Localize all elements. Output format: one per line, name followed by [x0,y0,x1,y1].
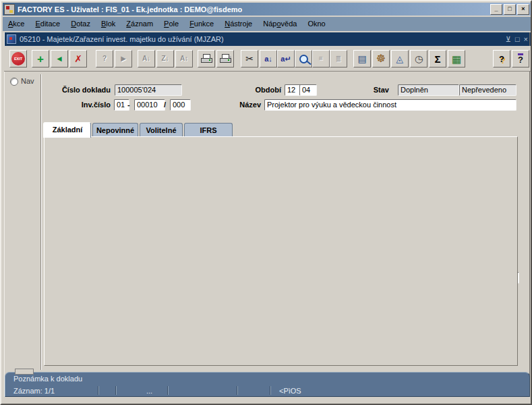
context-help-button[interactable]: ? [493,50,510,68]
excel-export-button[interactable]: ▦ [448,50,465,68]
obdobi-label: Období [231,86,281,94]
calculator-clock-icon: ◷ [415,54,423,63]
nazev-label: Název [207,101,261,109]
execute-query-icon: ▶ [121,55,126,62]
help-button[interactable]: ? [512,50,529,68]
application-window: FACTORY ES - Uživatel : FIS_01 - Ek.jedn… [0,0,532,405]
nav-divider [40,74,41,370]
menu-bar: Akce Editace Dotaz Blok Záznam Pole Funk… [3,17,531,31]
tab-content-panel [44,136,518,366]
status-record-count: Záznam: 1/1 [13,387,55,395]
paste-button[interactable]: a↓ [260,50,277,68]
list-values-button[interactable]: ≡ [312,50,330,68]
cut-icon: ✂ [245,54,254,63]
status-hint: Poznámka k dokladu [13,375,82,383]
mdi-close-icon[interactable]: × [524,36,528,43]
sort-custom-icon: A↕ [180,55,188,62]
app-icon [4,4,15,15]
status-separator [115,386,116,395]
context-help-icon: ? [499,55,504,63]
sort-descending-button[interactable]: Z↓ [156,50,174,68]
navigator-button[interactable]: ☸ [372,50,390,68]
status-mode: <PìOS [279,387,301,395]
nazev-field[interactable]: Projektor pro výuku a vědeckou činnost [264,99,516,111]
inv-cislo-part3-field[interactable]: 000 [170,99,191,111]
delete-record-button[interactable]: ✗ [69,50,87,68]
copy-button[interactable]: a↵ [277,50,295,68]
window-title: FACTORY ES - Uživatel : FIS_01 - Ek.jedn… [18,5,489,14]
menu-dotaz[interactable]: Dotaz [65,17,96,31]
sum-icon: Σ [434,54,440,64]
mdi-left-edge [4,32,5,397]
exit-icon: EXIT [11,52,25,65]
duplicate-record-icon: ◄ [55,55,63,63]
sort-ascending-icon: A↓ [142,55,150,62]
obdobi-year-field[interactable]: 04 [299,84,317,96]
inv-cislo-label: Inv.číslo [55,101,111,109]
enter-query-icon: ? [102,55,107,62]
menu-napoveda[interactable]: Nápověda [258,17,302,31]
menu-nastroje[interactable]: Nástroje [219,17,258,31]
mdi-right-edge [529,32,530,397]
help-icon: ? [518,53,523,64]
status-separator [237,386,237,395]
prism-button[interactable]: ◬ [391,50,409,68]
duplicate-record-button[interactable]: ◄ [51,50,68,68]
sort-ascending-button[interactable]: A↓ [138,50,155,68]
inv-cislo-sep2: / [164,101,166,109]
detail-card-button[interactable]: ▤ [353,50,371,68]
search-icon [299,55,308,63]
copy-icon: a↵ [280,55,291,63]
status-panel-handle[interactable] [15,369,34,375]
insert-record-icon: + [37,53,44,65]
insert-record-button[interactable]: + [32,50,49,68]
mdi-window-icon [7,34,16,44]
status-separator [167,386,168,395]
tab-ifrs[interactable]: IFRS [184,123,233,136]
print-batch-button[interactable] [216,50,234,68]
mdi-minimize-icon[interactable]: ⊻ [506,36,511,43]
inv-cislo-sep1: - [127,101,130,109]
sum-button[interactable]: Σ [429,50,446,68]
paste-icon: a↓ [264,55,272,63]
cut-button[interactable]: ✂ [241,50,258,68]
status-separator [98,386,98,395]
print-icon [201,54,212,63]
tree-view-icon: ≣ [336,55,341,62]
tab-nepovinne[interactable]: Nepovinné [92,123,138,136]
list-values-icon: ≡ [319,55,323,62]
navigator-wheel-icon: ☸ [376,53,386,64]
calculator-button[interactable]: ◷ [410,50,427,68]
minimize-button[interactable]: _ [490,4,502,15]
status-separator [270,386,270,395]
menu-funkce[interactable]: Funkce [184,17,219,31]
status-bar [5,372,530,397]
menu-okno[interactable]: Okno [302,17,330,31]
menu-zaznam[interactable]: Záznam [121,17,158,31]
tree-view-button[interactable]: ≣ [330,50,347,68]
exit-button[interactable]: EXIT [9,50,27,68]
cislo-dokladu-field[interactable]: 100005'024 [115,84,182,96]
execute-query-button[interactable]: ▶ [115,50,132,68]
print-button[interactable] [198,50,215,68]
excel-export-icon: ▦ [452,54,461,64]
nav-radio[interactable] [10,78,18,86]
tab-volitelne[interactable]: Volitelné [140,123,183,136]
menu-pole[interactable]: Pole [158,17,184,31]
stav-field-2: Nepřevedeno [459,84,516,96]
menu-blok[interactable]: Blok [96,17,121,31]
maximize-button[interactable]: □ [504,4,516,15]
toolbar: EXIT + ◄ ✗ ? ▶ A↓ Z↓ A↕ ✂ a↓ a↵ ≡ ≣ ▤ ☸ … [4,46,531,72]
menu-akce[interactable]: Akce [3,17,30,31]
print-batch-icon [220,54,231,63]
prism-icon: ◬ [396,54,404,63]
detail-card-icon: ▤ [357,54,366,63]
search-button[interactable] [295,50,312,68]
tab-zakladni[interactable]: Základní [44,122,91,138]
enter-query-button[interactable]: ? [96,50,113,68]
inv-cislo-part2-field[interactable]: 00010 [134,99,165,111]
sort-custom-button[interactable]: A↕ [175,50,193,68]
menu-editace[interactable]: Editace [30,17,65,31]
mdi-restore-icon[interactable]: □ [515,36,520,43]
close-button[interactable]: × [517,4,529,15]
